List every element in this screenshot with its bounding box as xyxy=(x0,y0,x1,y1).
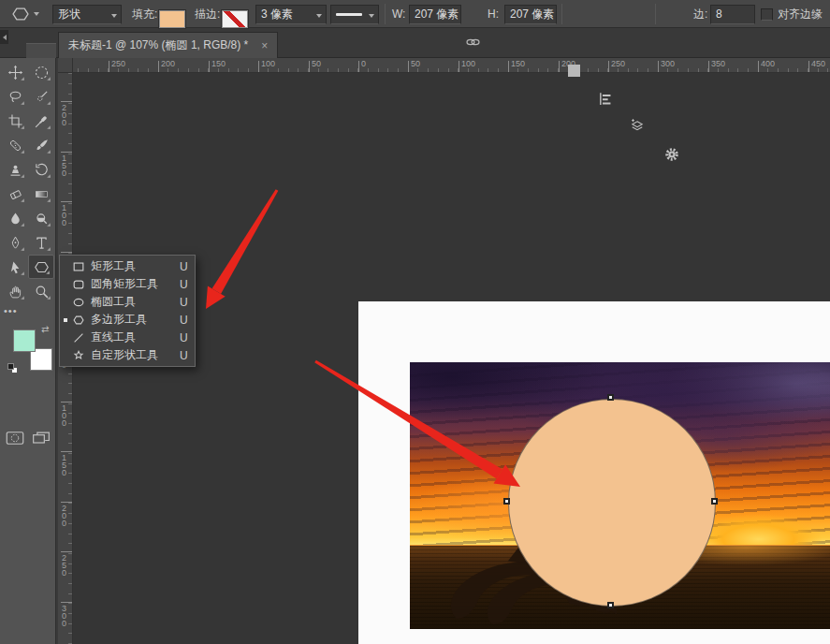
ruler-tick xyxy=(158,61,159,72)
ruler-label: 200 xyxy=(62,104,66,126)
ruler-label: 100 xyxy=(62,204,66,227)
stroke-width-value: 3 像素 xyxy=(261,7,293,21)
custom-shape-icon xyxy=(72,349,85,362)
width-field[interactable]: 207 像素 xyxy=(409,0,461,28)
stroke-swatch[interactable] xyxy=(222,5,248,33)
swap-colors-icon[interactable]: ⇄ xyxy=(41,324,49,334)
sides-field[interactable]: 8 xyxy=(710,0,755,28)
gradient-tool[interactable] xyxy=(28,182,54,206)
ruler-tick xyxy=(209,61,210,72)
ruler-label: 250 xyxy=(111,59,125,68)
hand-icon xyxy=(7,284,23,300)
marquee-icon xyxy=(34,65,50,80)
path-operations-button[interactable] xyxy=(568,56,830,84)
active-tool-marker xyxy=(63,265,70,269)
options-bar: 形状 填充: 描边: 3 像素 W: 207 像素 H: 207 像素 边: 8… xyxy=(0,0,830,28)
ruler-label: 200 xyxy=(161,59,175,68)
menu-item-line-tool[interactable]: 直线工具U xyxy=(60,329,195,346)
quick-selection-tool[interactable] xyxy=(28,84,54,109)
lasso-icon xyxy=(7,89,23,105)
ruler-tick xyxy=(61,152,72,153)
edit-toolbar-button[interactable]: ••• xyxy=(4,305,18,316)
transform-handle-right[interactable] xyxy=(711,498,718,505)
panel-collapse-button[interactable] xyxy=(0,30,8,44)
ellipse-shape-layer[interactable] xyxy=(508,399,716,607)
eyedropper-icon xyxy=(34,113,50,129)
shape-tool[interactable] xyxy=(28,255,54,279)
dodge-tool[interactable] xyxy=(28,206,54,230)
transform-handle-left[interactable] xyxy=(503,498,510,505)
menu-item-shortcut: U xyxy=(180,314,195,327)
fill-swatch[interactable] xyxy=(159,5,185,33)
shape-tool-menu: 矩形工具U圆角矩形工具U椭圆工具U多边形工具U直线工具U自定形状工具U xyxy=(59,255,196,367)
menu-item-polygon-tool[interactable]: 多边形工具U xyxy=(60,311,195,329)
align-edges-checkbox[interactable] xyxy=(761,0,773,28)
stamp-icon xyxy=(7,162,23,178)
polygon-tool-icon xyxy=(11,5,30,23)
document-tab[interactable]: 未标题-1 @ 107% (椭圆 1, RGB/8) * × xyxy=(58,32,278,58)
healing-brush-tool[interactable] xyxy=(2,133,28,157)
height-field[interactable]: 207 像素 xyxy=(504,0,557,28)
pen-icon xyxy=(7,235,23,251)
menu-item-label: 自定形状工具 xyxy=(91,347,180,363)
ruler-tick xyxy=(508,61,509,72)
type-tool[interactable] xyxy=(28,230,54,255)
path-selection-tool[interactable] xyxy=(2,255,28,279)
shape-settings-button[interactable] xyxy=(663,140,830,168)
ruler-label: 50 xyxy=(312,59,321,68)
transform-handle-top[interactable] xyxy=(607,394,614,401)
chevron-down-icon xyxy=(316,14,322,18)
stroke-width-select[interactable]: 3 像素 xyxy=(255,0,327,28)
blur-tool[interactable] xyxy=(2,206,28,230)
ruler-label: 150 xyxy=(62,454,66,476)
eraser-tool[interactable] xyxy=(2,182,28,206)
menu-item-shortcut: U xyxy=(180,278,195,291)
ruler-label: 100 xyxy=(461,59,475,68)
menu-item-ellipse-tool[interactable]: 椭圆工具U xyxy=(60,293,195,311)
active-tool-marker xyxy=(63,354,70,358)
lasso-tool[interactable] xyxy=(2,84,28,109)
ruler-tick xyxy=(61,252,72,253)
transform-handle-bottom[interactable] xyxy=(607,602,614,608)
menu-item-label: 多边形工具 xyxy=(91,312,180,328)
crop-tool[interactable] xyxy=(2,109,28,133)
ruler-tick xyxy=(109,61,109,72)
brush-tool[interactable] xyxy=(28,133,54,157)
menu-item-rect-tool[interactable]: 矩形工具U xyxy=(60,257,195,275)
menu-item-custom-shape-tool[interactable]: 自定形状工具U xyxy=(60,346,195,364)
line-icon xyxy=(72,331,85,344)
ruler-label: 100 xyxy=(62,404,66,427)
quick-mask-button[interactable] xyxy=(6,431,24,448)
ruler-label: 200 xyxy=(62,505,66,527)
clone-stamp-tool[interactable] xyxy=(2,157,28,182)
stroke-style-select[interactable] xyxy=(330,0,379,28)
type-icon xyxy=(34,235,50,251)
link-dimensions-icon[interactable] xyxy=(465,28,830,56)
eyedropper-tool[interactable] xyxy=(28,109,54,133)
tool-mode-select[interactable]: 形状 xyxy=(52,0,122,28)
menu-item-rounded-rect-tool[interactable]: 圆角矩形工具U xyxy=(60,275,195,293)
history-brush-tool[interactable] xyxy=(28,157,54,182)
marquee-tool[interactable] xyxy=(28,60,54,84)
sides-value: 8 xyxy=(716,7,722,21)
pen-tool[interactable] xyxy=(2,230,28,255)
ruler-origin-corner[interactable] xyxy=(58,58,73,73)
foreground-color-swatch[interactable] xyxy=(13,329,36,352)
move-tool[interactable] xyxy=(2,60,28,84)
hand-tool[interactable] xyxy=(2,279,28,303)
chevron-down-icon xyxy=(111,14,117,18)
ruler-tick xyxy=(309,61,310,72)
tools-grid xyxy=(2,60,54,303)
menu-item-shortcut: U xyxy=(180,296,195,309)
document-canvas[interactable] xyxy=(358,301,830,644)
hexagon-icon xyxy=(34,259,50,275)
ruler-tick xyxy=(61,101,72,102)
close-tab-icon[interactable]: × xyxy=(261,40,268,51)
screen-mode-button[interactable] xyxy=(32,431,51,448)
dodge-icon xyxy=(34,211,50,227)
path-alignment-button[interactable] xyxy=(598,84,830,112)
crop-icon xyxy=(7,113,23,129)
path-arrangement-button[interactable] xyxy=(629,112,830,140)
zoom-tool[interactable] xyxy=(28,279,54,303)
default-colors-icon[interactable] xyxy=(7,363,19,374)
